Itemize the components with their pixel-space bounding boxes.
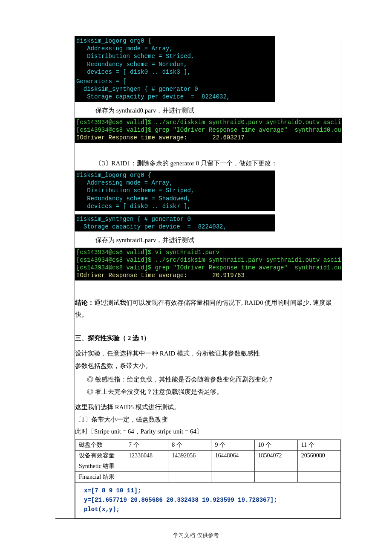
- term-line: Distribution scheme = Striped,: [76, 53, 194, 60]
- term-line: Storage capacity per device = 8224032,: [76, 93, 230, 100]
- term-line: Distribution scheme = Striped,: [76, 187, 194, 194]
- table-row: 磁盘个数 7 个 8 个 9 个 10 个 11 个: [75, 439, 341, 450]
- table-cell: [254, 471, 297, 482]
- matlab-code-block: x=[7 8 9 10 11]; y=[21.657719 20.865686 …: [75, 483, 341, 518]
- code-line: plot(x,y);: [80, 505, 336, 514]
- table-cell: 16448064: [211, 450, 254, 461]
- bullet-2: ◎ 看上去完全没变化？注意负载强度是否足够。: [75, 386, 341, 398]
- term-line: [cs143934@cs8 valid]$ vi synthraid1.parv: [76, 249, 219, 256]
- table-cell: 磁盘个数: [75, 439, 125, 450]
- note-text-1: 保存为 synthraid0.parv，并进行测试: [75, 105, 341, 116]
- terminal-block-2: Generators = [ disksim_synthgen { # gene…: [75, 77, 275, 102]
- page-footer: 学习文档 仅供参考: [55, 532, 337, 539]
- note-text-2: 〔3〕RAID1：删除多余的 generator 0 只留下一个，做如下更改：: [75, 158, 341, 169]
- table-cell: [125, 471, 168, 482]
- disk-table: 磁盘个数 7 个 8 个 9 个 10 个 11 个 设备有效容量 123360…: [75, 439, 341, 483]
- section-3-title: 三、探究性实验（ 2 选 1）: [75, 332, 341, 344]
- table-cell: 8 个: [168, 439, 211, 450]
- terminal-block-5: disksim_synthgen { # generator 0 Storage…: [75, 214, 275, 231]
- term-line: Addressing mode = Array,: [76, 179, 173, 186]
- term-line: [cs143934@cs8 valid]$ grep "IOdriver Res…: [76, 127, 342, 133]
- table-cell: Synthetic 结果: [75, 461, 125, 471]
- table-cell: 11 个: [297, 439, 340, 450]
- note-text-3: 保存为 synthraid1.parv，并进行测试: [75, 235, 341, 246]
- code-line: y=[21.657719 20.865686 20.332438 19.9235…: [80, 495, 336, 505]
- section-3-p3: 这里我们选择 RAID5 模式进行测试。: [75, 401, 341, 413]
- table-cell: Financial 结果: [75, 471, 125, 482]
- table-row: 设备有效容量 12336048 14392056 16448064 185040…: [75, 450, 341, 461]
- section-3-p1: 设计实验，任意选择其中一种 RAID 模式，分析验证其参数敏感性: [75, 347, 341, 360]
- terminal-block-6: [cs143934@cs8 valid]$ vi synthraid1.parv…: [75, 248, 342, 280]
- table-cell: 9 个: [211, 439, 254, 450]
- conclusion-label: 结论：: [75, 299, 94, 306]
- conclusion: 结论：通过测试我们可以发现在有效存储容量相同的情况下, RAID0 使用的时间最…: [75, 297, 341, 321]
- table-cell: [168, 471, 211, 482]
- table-cell: 20560080: [297, 450, 340, 461]
- table-cell: [125, 461, 168, 471]
- terminal-block-3: [cs143934@cs8 valid]$ ../src/disksim syn…: [75, 118, 342, 143]
- term-line: Storage capacity per device = 8224032,: [76, 223, 227, 230]
- term-line: devices = [ disk0 .. disk3 ],: [76, 69, 191, 75]
- term-line: disksim_synthgen { # generator 0: [76, 216, 191, 223]
- term-line: Addressing mode = Array,: [76, 45, 173, 52]
- term-line: disksim_logorg org0 {: [76, 172, 151, 179]
- term-line: Redundancy scheme = Noredun,: [76, 61, 187, 68]
- table-cell: [168, 461, 211, 471]
- table-cell: [211, 461, 254, 471]
- table-cell: [297, 461, 340, 471]
- term-line: Redundancy scheme = Shadowed,: [76, 195, 191, 202]
- table-cell: 12336048: [125, 450, 168, 461]
- table-row: Synthetic 结果: [75, 461, 341, 471]
- section-3-p4: 〔1〕条带大小一定，磁盘数改变: [75, 413, 341, 426]
- table-cell: [254, 461, 297, 471]
- term-line: [cs143934@cs8 valid]$ ../src/disksim syn…: [76, 257, 342, 263]
- section-3-p5: 此时〔Stripe unit = 64，Parity stripe unit =…: [75, 425, 341, 438]
- table-cell: 设备有效容量: [75, 450, 125, 461]
- term-line: disksim_synthgen { # generator 0: [76, 86, 198, 92]
- bullet-1: ◎ 敏感性指：给定负载，其性能是否会随着参数变化而剧烈变化？: [75, 373, 341, 386]
- term-line: Generators = [: [76, 78, 127, 85]
- term-line: disksim_logorg org0 {: [76, 38, 151, 44]
- table-cell: 10 个: [254, 439, 297, 450]
- table-cell: 18504072: [254, 450, 297, 461]
- term-line: IOdriver Response time average: 20.91976…: [76, 272, 245, 279]
- code-line: x=[7 8 9 10 11];: [80, 486, 336, 495]
- term-line: devices = [ disk0 .. disk7 ],: [76, 203, 191, 210]
- section-3-p2: 参数包括盘数，条带大小。: [75, 360, 341, 372]
- table-cell: [211, 471, 254, 482]
- term-line: IOdriver Response time average: 22.60321…: [76, 134, 245, 141]
- table-cell: [297, 471, 340, 482]
- terminal-block-1: disksim_logorg org0 { Addressing mode = …: [75, 36, 275, 77]
- term-line: [cs143934@cs8 valid]$ ../src/disksim syn…: [76, 119, 342, 126]
- term-line: [cs143934@cs8 valid]$ grep "IOdriver Res…: [76, 264, 342, 271]
- conclusion-body: 通过测试我们可以发现在有效存储容量相同的情况下, RAID0 使用的时间最少, …: [75, 299, 332, 318]
- table-row: Financial 结果: [75, 471, 341, 482]
- table-cell: 14392056: [168, 450, 211, 461]
- table-cell: 7 个: [125, 439, 168, 450]
- terminal-block-4: disksim_logorg org0 { Addressing mode = …: [75, 171, 275, 211]
